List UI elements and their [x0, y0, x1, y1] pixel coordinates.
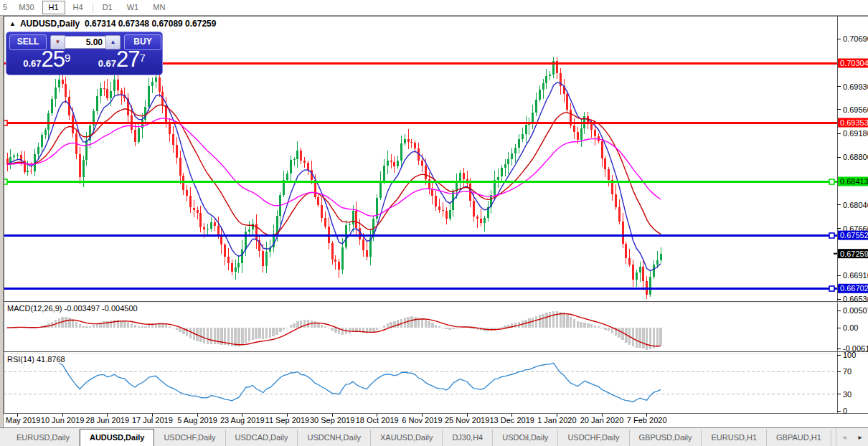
timeframe-d1[interactable]: D1: [96, 1, 119, 14]
chart-symbol-label: AUDUSD,Daily: [20, 19, 80, 29]
svg-text:0.005076: 0.005076: [843, 306, 868, 315]
rsi-indicator-label: RSI(14) 41.8768: [7, 355, 65, 364]
svg-text:0.67552: 0.67552: [840, 231, 868, 239]
tab-eurusd-h1[interactable]: EURUSD,H1: [702, 430, 767, 446]
buy-price-sup: 7: [139, 52, 145, 64]
tab-audusd-daily[interactable]: AUDUSD,Daily: [80, 429, 154, 446]
svg-text:0.69930: 0.69930: [843, 82, 868, 91]
timeframe-mn[interactable]: MN: [146, 1, 171, 14]
svg-text:0.66910: 0.66910: [843, 271, 868, 280]
toolbar-separator: [93, 3, 93, 13]
sell-price-prefix: 0.67: [23, 58, 41, 69]
svg-text:5 Aug 2019: 5 Aug 2019: [177, 416, 217, 424]
svg-text:0.69353: 0.69353: [840, 118, 868, 127]
svg-text:11 Sep 2019: 11 Sep 2019: [265, 416, 310, 424]
tab-gbpusd-daily[interactable]: GBPUSD,Daily: [630, 430, 702, 446]
tab-usdcad-daily[interactable]: USDCAD,Daily: [226, 430, 298, 446]
tab-scroll-left-icon[interactable]: ◂: [842, 433, 846, 441]
chart-title: ▲AUDUSD,Daily 0.67314 0.67348 0.67089 0.…: [9, 19, 216, 29]
collapse-triangle-icon: ▲: [9, 20, 16, 27]
tab-usdoil-daily[interactable]: USDOil,Daily: [493, 430, 558, 446]
tab-scroll-right-icon[interactable]: ▸: [858, 433, 862, 441]
svg-text:20 Jan 2020: 20 Jan 2020: [580, 416, 624, 424]
svg-text:0.70690: 0.70690: [843, 34, 868, 43]
tab-usdchf-daily[interactable]: USDCHF,Daily: [154, 430, 225, 446]
tab-scroll-arrows: ◂ ▸: [836, 428, 868, 446]
tab-usdcnh-daily[interactable]: USDCNH,Daily: [298, 430, 371, 446]
chart-ohlc-values: 0.67314 0.67348 0.67089 0.67259: [85, 19, 217, 29]
buy-price-big: 27: [116, 47, 139, 72]
svg-text:23 Aug 2019: 23 Aug 2019: [220, 416, 265, 424]
macd-indicator-label: MACD(12,26,9) -0.003497 -0.004500: [7, 304, 138, 313]
buy-price-prefix: 0.67: [98, 58, 116, 69]
svg-text:10 Jun 2019: 10 Jun 2019: [41, 416, 85, 424]
svg-text:17 Jul 2019: 17 Jul 2019: [132, 416, 173, 424]
tab-xauusd-daily[interactable]: XAUUSD,Daily: [371, 430, 443, 446]
svg-text:0.69180: 0.69180: [843, 129, 868, 138]
svg-text:70: 70: [843, 367, 852, 376]
tab-eurusd-daily[interactable]: EURUSD,Daily: [7, 430, 80, 446]
sell-price-big: 25: [41, 47, 64, 72]
svg-text:0.66702: 0.66702: [840, 284, 868, 293]
svg-text:18 Oct 2019: 18 Oct 2019: [356, 416, 399, 424]
svg-text:0.68800: 0.68800: [843, 153, 868, 161]
timeframe-5[interactable]: 5: [1, 1, 11, 14]
sell-price[interactable]: 0.67259: [9, 49, 85, 75]
svg-text:0.00: 0.00: [843, 323, 858, 332]
svg-text:7 Feb 2020: 7 Feb 2020: [627, 416, 667, 424]
timeframe-w1[interactable]: W1: [121, 1, 146, 14]
svg-text:0.66530: 0.66530: [843, 295, 868, 303]
svg-text:100: 100: [843, 351, 856, 359]
svg-text:30 Sep 2019: 30 Sep 2019: [310, 416, 354, 424]
svg-text:30: 30: [843, 390, 852, 399]
timeframe-h1[interactable]: H1: [42, 1, 65, 14]
svg-text:28 Jun 2019: 28 Jun 2019: [86, 416, 130, 424]
volume-input[interactable]: [65, 36, 105, 49]
svg-text:0.68413: 0.68413: [840, 177, 868, 186]
sell-price-sup: 9: [65, 52, 70, 64]
svg-text:22 May 2019: 22 May 2019: [0, 416, 40, 424]
chart-canvas[interactable]: 0.706900.699300.695600.691800.688000.680…: [0, 16, 868, 427]
tab-usdchf-daily[interactable]: USDCHF,Daily: [558, 430, 629, 446]
svg-text:6 Nov 2019: 6 Nov 2019: [402, 416, 442, 424]
tab-dj30-h4[interactable]: DJ30,H4: [443, 430, 493, 446]
svg-text:1 Jan 2020: 1 Jan 2020: [537, 416, 576, 424]
chart-tab-bar: EURUSD,DailyAUDUSD,DailyUSDCHF,DailyUSDC…: [0, 427, 868, 446]
one-click-trading-panel: SELL ▼ ▲ BUY 0.67259 0.67277: [6, 32, 163, 75]
svg-text:0.69560: 0.69560: [843, 105, 868, 114]
svg-text:0: 0: [843, 407, 847, 415]
svg-text:0.67259: 0.67259: [840, 250, 868, 258]
svg-text:0.70304: 0.70304: [840, 59, 868, 67]
timeframe-h4[interactable]: H4: [67, 1, 90, 14]
svg-text:25 Nov 2019: 25 Nov 2019: [445, 416, 489, 424]
timeframe-m30[interactable]: M30: [12, 1, 40, 14]
svg-text:13 Dec 2019: 13 Dec 2019: [490, 416, 534, 424]
tab-gbpaud-h1[interactable]: GBPAUD,H1: [767, 430, 831, 446]
svg-text:0.68040: 0.68040: [843, 201, 868, 209]
window-left-frame: [0, 16, 4, 427]
timeframe-toolbar: 5M30H1H4D1W1MN: [0, 0, 868, 16]
buy-price[interactable]: 0.67277: [85, 49, 160, 75]
